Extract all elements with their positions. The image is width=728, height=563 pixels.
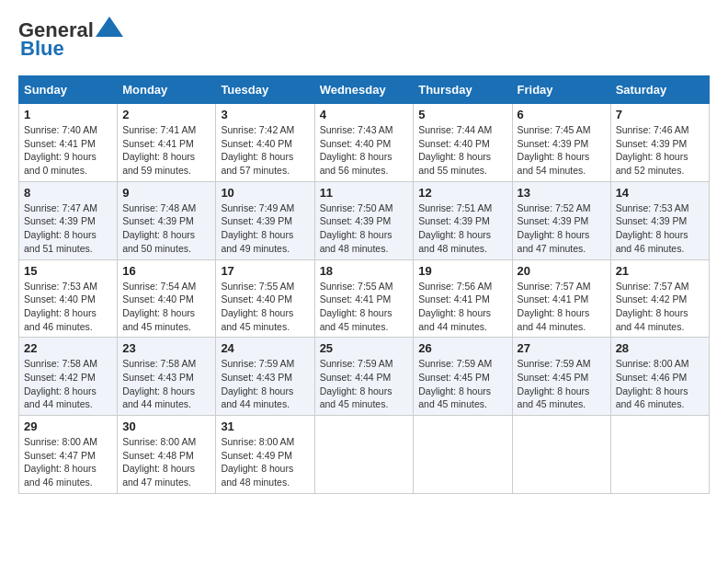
calendar-cell: 17Sunrise: 7:55 AMSunset: 4:40 PMDayligh… — [216, 259, 314, 338]
calendar-cell: 31Sunrise: 8:00 AMSunset: 4:49 PMDayligh… — [216, 416, 314, 494]
day-number: 23 — [122, 341, 210, 355]
day-number: 28 — [616, 341, 704, 355]
day-number: 31 — [221, 419, 309, 433]
logo: General Blue — [18, 18, 123, 61]
day-number: 5 — [418, 108, 506, 121]
day-number: 2 — [122, 108, 210, 121]
calendar-cell: 26Sunrise: 7:59 AMSunset: 4:45 PMDayligh… — [414, 338, 512, 416]
cell-details: Sunrise: 7:52 AMSunset: 4:39 PMDaylight:… — [518, 201, 606, 256]
day-number: 26 — [418, 341, 506, 355]
day-number: 25 — [320, 341, 409, 355]
cell-details: Sunrise: 7:50 AMSunset: 4:39 PMDaylight:… — [320, 201, 409, 256]
day-number: 13 — [518, 186, 606, 200]
calendar-cell: 24Sunrise: 7:59 AMSunset: 4:43 PMDayligh… — [216, 338, 314, 416]
cell-details: Sunrise: 8:00 AMSunset: 4:49 PMDaylight:… — [221, 435, 309, 489]
calendar-table: SundayMondayTuesdayWednesdayThursdayFrid… — [18, 75, 710, 494]
weekday-header-tuesday: Tuesday — [216, 76, 314, 104]
day-number: 19 — [418, 264, 506, 278]
day-number: 18 — [320, 264, 409, 278]
cell-details: Sunrise: 7:59 AMSunset: 4:45 PMDaylight:… — [518, 357, 606, 411]
cell-details: Sunrise: 7:55 AMSunset: 4:40 PMDaylight:… — [221, 280, 309, 334]
day-number: 27 — [518, 341, 606, 355]
cell-details: Sunrise: 7:47 AMSunset: 4:39 PMDaylight:… — [24, 201, 112, 256]
cell-details: Sunrise: 7:43 AMSunset: 4:40 PMDaylight:… — [320, 123, 409, 178]
day-number: 4 — [320, 108, 409, 121]
calendar-week-5: 29Sunrise: 8:00 AMSunset: 4:47 PMDayligh… — [19, 416, 710, 494]
logo-icon — [96, 17, 123, 37]
cell-details: Sunrise: 7:59 AMSunset: 4:45 PMDaylight:… — [418, 357, 506, 411]
calendar-cell — [512, 416, 610, 494]
calendar-cell: 30Sunrise: 8:00 AMSunset: 4:48 PMDayligh… — [118, 416, 216, 494]
cell-details: Sunrise: 7:59 AMSunset: 4:44 PMDaylight:… — [320, 357, 409, 411]
calendar-cell: 28Sunrise: 8:00 AMSunset: 4:46 PMDayligh… — [610, 338, 709, 416]
day-number: 1 — [24, 108, 112, 121]
weekday-header-thursday: Thursday — [414, 76, 512, 104]
cell-details: Sunrise: 7:58 AMSunset: 4:42 PMDaylight:… — [24, 357, 112, 411]
day-number: 15 — [24, 264, 112, 278]
calendar-cell: 9Sunrise: 7:48 AMSunset: 4:39 PMDaylight… — [118, 181, 216, 259]
logo-blue: Blue — [20, 37, 64, 61]
day-number: 8 — [24, 186, 112, 200]
day-number: 12 — [418, 186, 506, 200]
calendar-week-3: 15Sunrise: 7:53 AMSunset: 4:40 PMDayligh… — [19, 259, 710, 338]
cell-details: Sunrise: 7:42 AMSunset: 4:40 PMDaylight:… — [221, 123, 309, 178]
calendar-week-2: 8Sunrise: 7:47 AMSunset: 4:39 PMDaylight… — [19, 181, 710, 259]
cell-details: Sunrise: 7:48 AMSunset: 4:39 PMDaylight:… — [122, 201, 210, 256]
calendar-week-4: 22Sunrise: 7:58 AMSunset: 4:42 PMDayligh… — [19, 338, 710, 416]
calendar-cell: 5Sunrise: 7:44 AMSunset: 4:40 PMDaylight… — [414, 104, 512, 182]
cell-details: Sunrise: 7:53 AMSunset: 4:40 PMDaylight:… — [24, 280, 112, 334]
day-number: 16 — [122, 264, 210, 278]
calendar-cell: 10Sunrise: 7:49 AMSunset: 4:39 PMDayligh… — [216, 181, 314, 259]
calendar-cell: 18Sunrise: 7:55 AMSunset: 4:41 PMDayligh… — [314, 259, 414, 338]
cell-details: Sunrise: 7:49 AMSunset: 4:39 PMDaylight:… — [221, 201, 309, 256]
cell-details: Sunrise: 7:45 AMSunset: 4:39 PMDaylight:… — [518, 123, 606, 178]
calendar-cell: 21Sunrise: 7:57 AMSunset: 4:42 PMDayligh… — [610, 259, 709, 338]
cell-details: Sunrise: 7:46 AMSunset: 4:39 PMDaylight:… — [616, 123, 704, 178]
cell-details: Sunrise: 7:57 AMSunset: 4:41 PMDaylight:… — [518, 280, 606, 334]
day-number: 3 — [221, 108, 309, 121]
day-number: 9 — [122, 186, 210, 200]
calendar-cell: 12Sunrise: 7:51 AMSunset: 4:39 PMDayligh… — [414, 181, 512, 259]
weekday-header-monday: Monday — [118, 76, 216, 104]
cell-details: Sunrise: 7:44 AMSunset: 4:40 PMDaylight:… — [418, 123, 506, 178]
weekday-header-sunday: Sunday — [19, 76, 118, 104]
calendar-cell: 7Sunrise: 7:46 AMSunset: 4:39 PMDaylight… — [610, 104, 709, 182]
calendar-cell: 6Sunrise: 7:45 AMSunset: 4:39 PMDaylight… — [512, 104, 610, 182]
cell-details: Sunrise: 7:41 AMSunset: 4:41 PMDaylight:… — [122, 123, 210, 178]
calendar-cell: 22Sunrise: 7:58 AMSunset: 4:42 PMDayligh… — [19, 338, 118, 416]
calendar-cell — [314, 416, 414, 494]
day-number: 10 — [221, 186, 309, 200]
calendar-cell: 19Sunrise: 7:56 AMSunset: 4:41 PMDayligh… — [414, 259, 512, 338]
cell-details: Sunrise: 7:56 AMSunset: 4:41 PMDaylight:… — [418, 280, 506, 334]
calendar-cell: 3Sunrise: 7:42 AMSunset: 4:40 PMDaylight… — [216, 104, 314, 182]
cell-details: Sunrise: 7:57 AMSunset: 4:42 PMDaylight:… — [616, 280, 704, 334]
weekday-header-friday: Friday — [512, 76, 610, 104]
calendar-cell — [414, 416, 512, 494]
day-number: 24 — [221, 341, 309, 355]
calendar-cell: 1Sunrise: 7:40 AMSunset: 4:41 PMDaylight… — [19, 104, 118, 182]
day-number: 22 — [24, 341, 112, 355]
cell-details: Sunrise: 7:58 AMSunset: 4:43 PMDaylight:… — [122, 357, 210, 411]
day-number: 29 — [24, 419, 112, 433]
day-number: 14 — [616, 186, 704, 200]
cell-details: Sunrise: 7:53 AMSunset: 4:39 PMDaylight:… — [616, 201, 704, 256]
cell-details: Sunrise: 7:40 AMSunset: 4:41 PMDaylight:… — [24, 123, 112, 178]
calendar-cell — [610, 416, 709, 494]
calendar-cell: 2Sunrise: 7:41 AMSunset: 4:41 PMDaylight… — [118, 104, 216, 182]
calendar-cell: 14Sunrise: 7:53 AMSunset: 4:39 PMDayligh… — [610, 181, 709, 259]
calendar-cell: 4Sunrise: 7:43 AMSunset: 4:40 PMDaylight… — [314, 104, 414, 182]
calendar-cell: 23Sunrise: 7:58 AMSunset: 4:43 PMDayligh… — [118, 338, 216, 416]
calendar-cell: 8Sunrise: 7:47 AMSunset: 4:39 PMDaylight… — [19, 181, 118, 259]
cell-details: Sunrise: 7:54 AMSunset: 4:40 PMDaylight:… — [122, 280, 210, 334]
calendar-cell: 27Sunrise: 7:59 AMSunset: 4:45 PMDayligh… — [512, 338, 610, 416]
day-number: 30 — [122, 419, 210, 433]
calendar-cell: 25Sunrise: 7:59 AMSunset: 4:44 PMDayligh… — [314, 338, 414, 416]
calendar-week-1: 1Sunrise: 7:40 AMSunset: 4:41 PMDaylight… — [19, 104, 710, 182]
cell-details: Sunrise: 7:59 AMSunset: 4:43 PMDaylight:… — [221, 357, 309, 411]
calendar-cell: 29Sunrise: 8:00 AMSunset: 4:47 PMDayligh… — [19, 416, 118, 494]
day-number: 7 — [616, 108, 704, 121]
day-number: 11 — [320, 186, 409, 200]
cell-details: Sunrise: 7:55 AMSunset: 4:41 PMDaylight:… — [320, 280, 409, 334]
calendar-cell: 16Sunrise: 7:54 AMSunset: 4:40 PMDayligh… — [118, 259, 216, 338]
cell-details: Sunrise: 7:51 AMSunset: 4:39 PMDaylight:… — [418, 201, 506, 256]
